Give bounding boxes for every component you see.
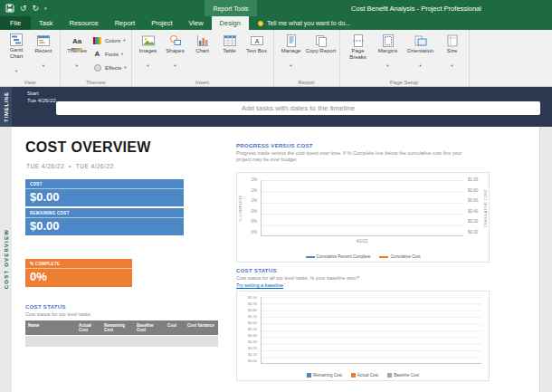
- text-box-button[interactable]: A Text Box: [243, 32, 271, 75]
- manage-button[interactable]: Manage: [277, 32, 306, 75]
- kpi-cost-box[interactable]: COST $0.00: [25, 179, 184, 206]
- ribbon-tab-row: File Task Resource Report Project View D…: [0, 16, 552, 30]
- legend-swatch-actual-cost: [351, 373, 356, 378]
- report-canvas[interactable]: COST OVERVIEW TUE 4/26/22 • TUE 4/26/22 …: [12, 127, 540, 392]
- cost-status-table[interactable]: Name Actual Cost Remaining Cost Baseline…: [25, 320, 218, 347]
- dropdown-caret-icon: [124, 64, 126, 71]
- timeline-start-block: Start Tue 4/26/22: [27, 90, 56, 104]
- effects-button[interactable]: Effects: [90, 62, 128, 73]
- chart-legend: Remaining Cost Actual Cost Baseline Cost: [237, 373, 489, 378]
- themes-icon: [70, 33, 84, 47]
- tab-design[interactable]: Design: [212, 16, 249, 30]
- tab-report[interactable]: Report: [107, 16, 144, 30]
- table-button[interactable]: Table: [216, 32, 243, 75]
- kpi-remaining-cost-value: $0.00: [25, 218, 184, 232]
- themes-button[interactable]: Themes: [63, 32, 90, 75]
- left-axis-title: % COMPLETE: [238, 180, 243, 236]
- dropdown-caret-icon: [419, 55, 421, 70]
- images-icon: [141, 33, 156, 47]
- colors-icon: [92, 36, 102, 45]
- tab-file[interactable]: File: [0, 16, 31, 30]
- column-header-remaining-cost: Remaining Cost: [101, 320, 134, 335]
- right-axis-ticks: $1.00$0.80$0.60$0.40$0.20$0.00: [468, 178, 482, 234]
- group-label-view: View: [0, 80, 60, 85]
- dropdown-caret-icon: [123, 37, 125, 43]
- kpi-percent-complete-value: 0%: [25, 269, 132, 282]
- fonts-button[interactable]: Fonts: [90, 48, 128, 60]
- recent-label: Recent: [34, 48, 52, 54]
- progress-versus-cost-description: Progress made versus the cost spent over…: [236, 150, 464, 163]
- column-header-baseline-cost: Baseline Cost: [134, 320, 165, 335]
- copy-report-button[interactable]: Copy Report: [306, 32, 337, 75]
- timeline-side-label: TIMELINE: [4, 91, 9, 122]
- colors-button[interactable]: Colors: [90, 34, 128, 46]
- qat-customize-icon[interactable]: ▾: [44, 5, 47, 11]
- tell-me-box[interactable]: Tell me what you want to do...: [249, 16, 350, 30]
- tell-me-label: Tell me what you want to do...: [267, 20, 350, 26]
- margins-button[interactable]: Margins: [374, 32, 403, 75]
- dropdown-caret-icon: [386, 55, 388, 70]
- group-label-insert: Insert: [132, 80, 273, 85]
- legend-swatch-baseline-cost: [387, 373, 392, 378]
- ribbon-group-report: Manage Copy Report Report: [274, 30, 340, 86]
- report-date-end: TUE 4/26/22: [76, 163, 114, 169]
- effects-icon: [92, 63, 102, 72]
- recent-button[interactable]: Recent: [30, 32, 57, 75]
- progress-versus-cost-chart[interactable]: % COMPLETE CUMULATIVE COST 1%1%1%0%0%0% …: [236, 172, 490, 263]
- effects-label: Effects: [105, 65, 121, 71]
- timeline-placeholder: Add tasks with dates to the timeline: [242, 104, 355, 112]
- timeline-pane[interactable]: TIMELINE Start Tue 4/26/22 Add tasks wit…: [0, 87, 552, 127]
- dropdown-caret-icon: [15, 61, 17, 75]
- table-row: [25, 335, 218, 347]
- page-breaks-button[interactable]: Page Breaks: [343, 32, 374, 75]
- page-breaks-label: Page Breaks: [343, 48, 374, 61]
- tab-project[interactable]: Project: [143, 16, 180, 30]
- chart-button[interactable]: Chart: [189, 32, 216, 75]
- date-separator: •: [69, 163, 71, 169]
- set-baseline-link[interactable]: Try setting a baseline: [236, 282, 283, 288]
- cost-status-chart[interactable]: $1.00$0.90$0.80$0.70$0.60$0.50$0.40$0.30…: [236, 291, 490, 381]
- timeline-bar[interactable]: Add tasks with dates to the timeline: [56, 101, 540, 115]
- chart-legend: Cumulative Percent Complete Cumulative C…: [237, 254, 489, 259]
- gantt-chart-button[interactable]: Gantt Chart: [3, 32, 30, 75]
- shapes-button[interactable]: Shapes: [162, 32, 189, 75]
- table-label: Table: [223, 48, 235, 54]
- legend-label-remaining-cost: Remaining Cost: [313, 373, 342, 378]
- timeline-side-strip: TIMELINE: [0, 87, 12, 127]
- size-label: Size: [447, 48, 458, 54]
- copy-report-icon: [314, 33, 328, 47]
- table-header-row: Name Actual Cost Remaining Cost Baseline…: [25, 320, 218, 335]
- themes-label: Themes: [67, 48, 87, 54]
- dropdown-caret-icon: [121, 51, 123, 57]
- group-label-themes: Themes: [61, 80, 131, 85]
- recent-icon: [36, 33, 51, 47]
- tab-task[interactable]: Task: [31, 16, 61, 30]
- orientation-button[interactable]: Orientation: [403, 32, 439, 75]
- save-icon[interactable]: [5, 0, 14, 16]
- redo-icon[interactable]: ↻: [33, 5, 40, 13]
- page-breaks-icon: [351, 33, 366, 47]
- tab-resource[interactable]: Resource: [62, 16, 107, 30]
- size-button[interactable]: Size: [439, 32, 466, 75]
- progress-versus-cost-heading: PROGRESS VERSUS COST: [236, 143, 313, 148]
- size-icon: [445, 33, 460, 47]
- report-side-label: COST OVERVIEW: [4, 229, 9, 289]
- report-date-range: TUE 4/26/22 • TUE 4/26/22: [26, 163, 114, 169]
- tab-view[interactable]: View: [180, 16, 211, 30]
- undo-icon[interactable]: ↺: [20, 5, 27, 13]
- kpi-remaining-cost-box[interactable]: REMAINING COST $0.00: [25, 208, 184, 235]
- report-title[interactable]: COST OVERVIEW: [25, 139, 151, 156]
- dropdown-caret-icon: [174, 55, 176, 70]
- column-header-actual-cost: Actual Cost: [76, 320, 101, 335]
- title-bar: ↺ ↻ ▾ Report Tools Cost Benefit Analysis…: [0, 0, 552, 16]
- kpi-percent-complete-box[interactable]: % COMPLETE 0%: [25, 259, 132, 287]
- window-title: Cost Benefit Analysis - Project Professi…: [308, 0, 525, 16]
- cost-status-table-description: Cost status for top level tasks.: [25, 311, 215, 318]
- kpi-cost-value: $0.00: [25, 189, 184, 203]
- margins-icon: [381, 33, 395, 47]
- manage-icon: [284, 33, 299, 47]
- plot-area: [261, 180, 463, 236]
- shapes-icon: [168, 33, 183, 47]
- images-button[interactable]: Images: [135, 32, 162, 75]
- ribbon-group-view: Gantt Chart Recent View: [0, 30, 61, 86]
